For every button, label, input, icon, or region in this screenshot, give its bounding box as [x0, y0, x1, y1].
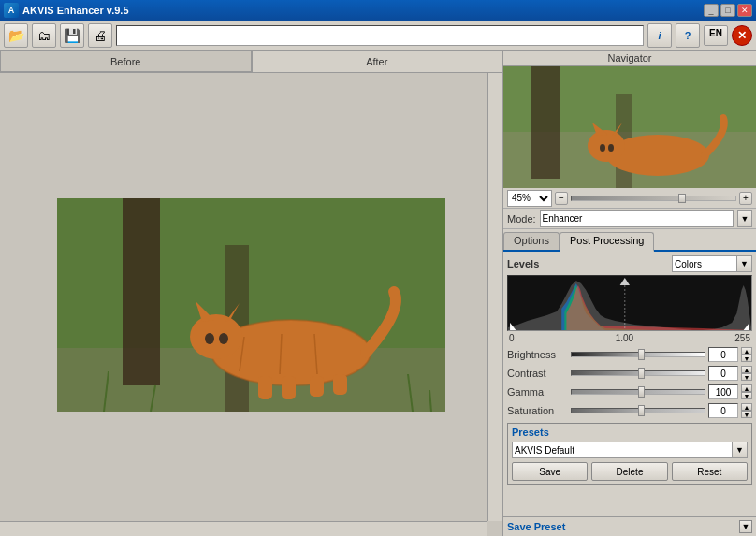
tab-options[interactable]: Options: [503, 232, 560, 250]
svg-point-14: [219, 333, 228, 344]
levels-dropdown[interactable]: Colors RGB Red Green Blue: [672, 255, 737, 272]
save-preset-expand-button[interactable]: ▼: [739, 520, 752, 533]
zoom-select[interactable]: 45% 25% 50% 100%: [507, 190, 552, 207]
tab-after[interactable]: After: [252, 51, 503, 72]
tab-before[interactable]: Before: [0, 51, 252, 72]
brightness-label: Brightness: [507, 349, 568, 360]
app-icon: A: [4, 3, 19, 18]
saturation-row: Saturation 0 ▲ ▼: [507, 402, 752, 419]
cat-svg: [57, 198, 445, 412]
presets-dropdown-arrow[interactable]: ▼: [733, 442, 748, 458]
svg-rect-25: [531, 66, 560, 179]
save-preset-label: Save Preset: [507, 521, 565, 532]
reset-preset-button[interactable]: Reset: [672, 462, 748, 481]
options-tabs: Options Post Processing: [503, 229, 756, 252]
close-button[interactable]: ✕: [737, 4, 752, 17]
saturation-slider[interactable]: [571, 408, 705, 413]
saturation-spin: ▲ ▼: [741, 403, 752, 418]
save-button[interactable]: 💾: [60, 23, 84, 48]
saturation-label: Saturation: [507, 405, 568, 416]
levels-label: Levels: [507, 258, 539, 269]
svg-point-32: [608, 144, 614, 152]
range-mid: 1.00: [515, 333, 735, 343]
canvas-area: Before After: [0, 51, 503, 536]
gamma-down[interactable]: ▼: [741, 392, 752, 399]
main-container: Before After: [0, 51, 756, 536]
contrast-thumb: [638, 368, 645, 379]
contrast-down[interactable]: ▼: [741, 373, 752, 381]
open-file-button[interactable]: 📂: [4, 23, 28, 48]
contrast-up[interactable]: ▲: [741, 366, 752, 373]
saturation-up[interactable]: ▲: [741, 403, 752, 411]
tab-post-processing[interactable]: Post Processing: [560, 232, 654, 252]
settings-panel: Levels Colors RGB Red Green Blue ▼: [503, 252, 756, 516]
gamma-value[interactable]: 100: [708, 384, 738, 399]
gamma-up[interactable]: ▲: [741, 384, 752, 392]
canvas-scroll[interactable]: [0, 73, 502, 536]
contrast-slider[interactable]: [571, 370, 705, 376]
gamma-spin: ▲ ▼: [741, 384, 752, 399]
navigator-header: Navigator: [503, 51, 756, 66]
open-folder-button[interactable]: 🗂: [32, 23, 56, 48]
help-button[interactable]: ?: [676, 23, 700, 48]
gamma-slider[interactable]: [571, 389, 705, 395]
levels-select-wrap: Colors RGB Red Green Blue ▼: [672, 255, 752, 272]
zoom-out-button[interactable]: −: [555, 192, 568, 205]
presets-dropdown[interactable]: AKVIS Default: [512, 442, 733, 458]
contrast-spin: ▲ ▼: [741, 366, 752, 381]
svg-point-10: [190, 314, 242, 359]
exit-button[interactable]: ✕: [732, 25, 752, 46]
presets-select-wrap: AKVIS Default ▼: [512, 442, 748, 458]
maximize-button[interactable]: □: [720, 4, 735, 17]
brightness-row: Brightness 0 ▲ ▼: [507, 346, 752, 363]
brightness-up[interactable]: ▲: [741, 347, 752, 355]
gamma-label: Gamma: [507, 386, 568, 398]
svg-rect-15: [258, 376, 272, 399]
svg-rect-18: [333, 374, 347, 395]
canvas-image: [57, 198, 445, 412]
saturation-thumb: [638, 405, 645, 416]
brightness-slider[interactable]: [571, 352, 705, 357]
levels-dropdown-arrow[interactable]: ▼: [737, 255, 752, 272]
path-input[interactable]: [116, 25, 644, 46]
save-preset-button[interactable]: Save: [512, 462, 588, 481]
vertical-scrollbar[interactable]: [487, 73, 502, 521]
language-button[interactable]: EN: [704, 25, 728, 46]
toolbar: 📂 🗂 💾 🖨 i ? EN ✕: [0, 21, 756, 51]
zoom-in-button[interactable]: +: [739, 192, 752, 205]
gamma-thumb: [638, 386, 645, 398]
saturation-value[interactable]: 0: [708, 403, 738, 418]
zoom-bar: 45% 25% 50% 100% − +: [503, 188, 756, 209]
zoom-thumb: [678, 194, 686, 203]
contrast-value[interactable]: 0: [708, 366, 738, 381]
svg-rect-3: [123, 198, 160, 385]
histogram-range: 0 1.00 255: [507, 333, 752, 343]
titlebar: A AKVIS Enhancer v.9.5 _ □ ✕: [0, 0, 756, 21]
mode-bar: Mode: Enhancer Tone Enhancer Smart Enhan…: [503, 209, 756, 229]
range-max: 255: [734, 333, 750, 343]
histogram[interactable]: [507, 275, 752, 331]
svg-point-31: [600, 144, 605, 152]
navigator-image: [503, 66, 756, 188]
mode-label: Mode:: [507, 213, 536, 225]
brightness-spin: ▲ ▼: [741, 347, 752, 362]
delete-preset-button[interactable]: Delete: [591, 462, 667, 481]
info-button[interactable]: i: [647, 23, 672, 48]
save-preset-bar: Save Preset ▼: [503, 516, 756, 536]
minimize-button[interactable]: _: [704, 4, 719, 17]
mode-select[interactable]: Enhancer Tone Enhancer Smart Enhancer: [540, 210, 734, 227]
contrast-row: Contrast 0 ▲ ▼: [507, 365, 752, 382]
titlebar-left: A AKVIS Enhancer v.9.5: [4, 3, 129, 18]
before-after-tabs: Before After: [0, 51, 502, 73]
svg-rect-17: [310, 376, 324, 397]
brightness-down[interactable]: ▼: [741, 355, 752, 362]
horizontal-scrollbar[interactable]: [0, 521, 487, 536]
brightness-value[interactable]: 0: [708, 347, 738, 362]
zoom-slider[interactable]: [571, 196, 736, 201]
presets-buttons: Save Delete Reset: [512, 462, 748, 481]
saturation-down[interactable]: ▼: [741, 411, 752, 418]
navigator-preview[interactable]: [503, 66, 756, 188]
titlebar-controls: _ □ ✕: [704, 4, 752, 17]
mode-dropdown-arrow[interactable]: ▼: [737, 210, 752, 227]
print-button[interactable]: 🖨: [88, 23, 112, 48]
